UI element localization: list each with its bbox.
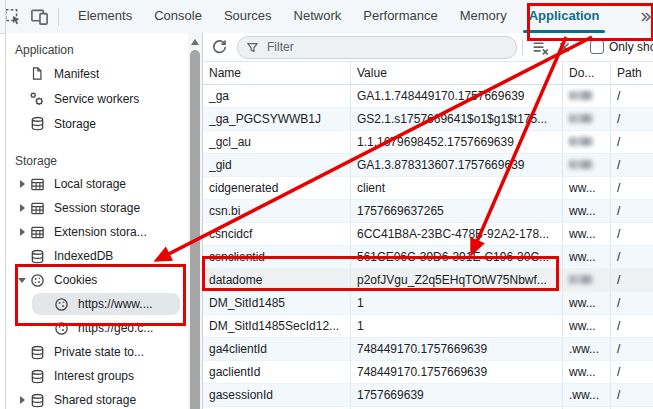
clear-list-icon (532, 39, 549, 56)
cookie-path: / (611, 223, 653, 245)
sidebar-item-label: Interest groups (54, 369, 134, 383)
cookie-domain: ww... (563, 361, 611, 383)
sidebar-item-cookies[interactable]: Cookies (6, 268, 188, 292)
sidebar-item-cookies-www-origin[interactable]: https://www.... (6, 292, 188, 316)
cookie-row-csnclientid[interactable]: csnclientid 561CE06C-39D6-391E-C196-30C.… (203, 246, 653, 269)
cookie-value: 6CC41B8A-23BC-478B-92A2-178... (351, 223, 563, 245)
tab-sources[interactable]: Sources (213, 0, 283, 33)
database-icon (29, 392, 45, 408)
cookie-domain: ww... (563, 292, 611, 314)
cookie-row-_ga[interactable]: _ga GA1.1.748449170.1757669639 / (203, 85, 653, 108)
cookie-name: _gid (203, 154, 351, 176)
cookie-path: / (611, 315, 653, 337)
sidebar-item-label: Local storage (54, 177, 126, 191)
toggle-device-toolbar-button[interactable] (26, 4, 52, 30)
sidebar-item-session-storage[interactable]: Session storage (6, 196, 188, 220)
cookie-path: / (611, 131, 653, 153)
collapse-chevron-icon[interactable] (15, 278, 29, 283)
cookie-domain: ww... (563, 223, 611, 245)
column-header-name[interactable]: Name (203, 62, 351, 84)
table-icon (29, 176, 45, 192)
tab-network[interactable]: Network (283, 0, 353, 33)
cookie-domain: ww... (563, 177, 611, 199)
cookie-row-_gid[interactable]: _gid GA1.3.878313607.1757669639 / (203, 154, 653, 177)
tab-console[interactable]: Console (143, 0, 213, 33)
sidebar-item-interest-groups[interactable]: Interest groups (6, 364, 188, 388)
tab-memory[interactable]: Memory (449, 0, 518, 33)
sidebar-scrollbar[interactable] (188, 33, 202, 409)
cookies-panel: Only sho Name Value Do... Path _ga GA1.1… (203, 33, 653, 409)
expand-chevron-icon[interactable] (15, 396, 29, 404)
sidebar-item-shared-storage[interactable]: Shared storage (6, 388, 188, 409)
devtools-window: Elements Console Sources Network Perform… (0, 0, 653, 409)
sidebar-item-cookies-geo-origin[interactable]: https://geo.c... (6, 316, 188, 340)
cookie-path: / (611, 292, 653, 314)
tab-performance[interactable]: Performance (352, 0, 448, 33)
cookie-row-_ga_PGCSYWWB1J[interactable]: _ga_PGCSYWWB1J GS2.1.s1757669641$o1$g1$t… (203, 108, 653, 131)
cookie-icon (53, 320, 69, 336)
database-icon (29, 344, 45, 360)
filter-field[interactable] (237, 36, 517, 59)
cookie-row-ga4clientId[interactable]: ga4clientId 748449170.1757669639 .ww... … (203, 338, 653, 361)
document-icon (29, 66, 45, 82)
cookie-value: 561CE06C-39D6-391E-C196-30C... (351, 246, 563, 268)
clear-all-cookies-button[interactable] (528, 35, 552, 59)
column-header-path[interactable]: Path (611, 62, 653, 84)
refresh-button[interactable] (207, 35, 231, 59)
sidebar-item-indexeddb[interactable]: IndexedDB (6, 244, 188, 268)
cookie-row-datadome[interactable]: datadome p2ofJVgu_Z2q5EHqTOtW75Nbwf... / (203, 269, 653, 292)
sidebar-item-local-storage[interactable]: Local storage (6, 172, 188, 196)
sidebar-item-service-workers[interactable]: Service workers (6, 86, 188, 111)
cookie-name: DM_SitId1485 (203, 292, 351, 314)
cookie-row-gasessionId[interactable]: gasessionId 1757669639 .ww... / (203, 384, 653, 407)
cookie-name: csncidcf (203, 223, 351, 245)
more-tabs-button[interactable] (639, 4, 653, 30)
tab-application[interactable]: Application (518, 0, 611, 33)
expand-chevron-icon[interactable] (15, 228, 29, 236)
redacted-domain (569, 91, 593, 100)
cookie-icon (29, 272, 45, 288)
cookie-path: / (611, 361, 653, 383)
cookie-domain: ww... (563, 246, 611, 268)
cookie-domain: ww... (563, 315, 611, 337)
cookie-row-_gcl_au[interactable]: _gcl_au 1.1.1679698452.1757669639 / (203, 131, 653, 154)
cookie-row-csncidcf[interactable]: csncidcf 6CC41B8A-23BC-478B-92A2-178... … (203, 223, 653, 246)
cookie-value: 1757669639 (351, 384, 563, 406)
expand-chevron-icon[interactable] (15, 180, 29, 188)
only-show-issue-checkbox[interactable] (590, 40, 604, 54)
column-header-domain[interactable]: Do... (563, 62, 611, 84)
cookie-value: 1 (351, 292, 563, 314)
tab-elements[interactable]: Elements (67, 0, 143, 33)
sidebar-item-label: Service workers (54, 92, 139, 106)
scroll-up-arrow-icon[interactable] (191, 39, 199, 45)
inspect-element-button[interactable] (0, 4, 26, 30)
scrollbar-thumb[interactable] (190, 50, 200, 409)
cookie-name: DM_SitId1485SecId12... (203, 315, 351, 337)
cookie-domain (563, 131, 611, 153)
sidebar-item-private-state-tokens[interactable]: Private state to... (6, 340, 188, 364)
sidebar-section-application: Application (6, 39, 188, 61)
cookie-row-DM_SitId1485SecId[interactable]: DM_SitId1485SecId12... 1 ww... / (203, 315, 653, 338)
sidebar-item-manifest[interactable]: Manifest (6, 61, 188, 86)
service-workers-icon (29, 91, 45, 107)
column-header-value[interactable]: Value (351, 62, 563, 84)
cookie-row-csn-bi[interactable]: csn.bi 1757669637265 ww... / (203, 200, 653, 223)
cookie-domain (563, 108, 611, 130)
cookie-path: / (611, 154, 653, 176)
sidebar-item-extension-storage[interactable]: Extension stora... (6, 220, 188, 244)
cookie-row-gaclientId[interactable]: gaclientId 748449170.1757669639 ww... / (203, 361, 653, 384)
toolbar-divider (522, 39, 523, 55)
sidebar-item-storage[interactable]: Storage (6, 111, 188, 136)
cookie-row-cidgenerated[interactable]: cidgenerated client ww... / (203, 177, 653, 200)
cookie-value: GA1.3.878313607.1757669639 (351, 154, 563, 176)
expand-chevron-icon[interactable] (15, 204, 29, 212)
sidebar-item-label: Cookies (54, 273, 97, 287)
redacted-domain (569, 137, 593, 146)
delete-selected-button[interactable] (552, 35, 576, 59)
cookie-row-DM_SitId1485[interactable]: DM_SitId1485 1 ww... / (203, 292, 653, 315)
filter-input[interactable] (265, 39, 469, 55)
cookie-icon (53, 296, 69, 312)
cookie-name: gasessionId (203, 384, 351, 406)
cookie-name: cidgenerated (203, 177, 351, 199)
only-show-issue-label: Only sho (609, 40, 653, 54)
